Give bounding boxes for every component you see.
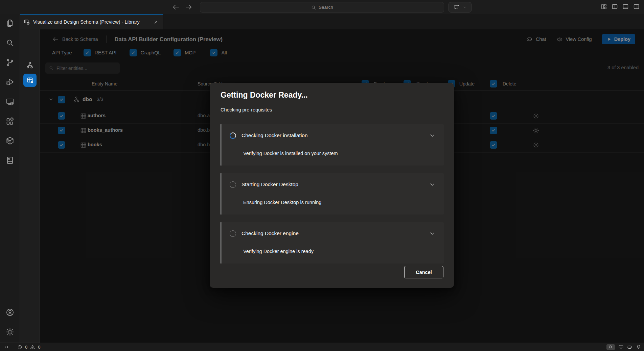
step-card-docker-engine: Checking Docker engine Verifying Docker … xyxy=(220,222,444,264)
nav-forward-icon[interactable] xyxy=(185,3,193,11)
cancel-button[interactable]: Cancel xyxy=(404,266,443,278)
database-projects-icon[interactable] xyxy=(5,156,15,165)
tab-strip: Visualize and Design Schema (Preview) - … xyxy=(20,14,644,29)
step-card-docker-desktop: Starting Docker Desktop Ensuring Docker … xyxy=(220,173,444,215)
toggle-primary-sidebar-icon[interactable] xyxy=(611,3,618,10)
dialog-title: Getting Docker Ready... xyxy=(221,91,308,100)
schema-diagram-icon[interactable] xyxy=(26,61,34,69)
zoom-indicator[interactable] xyxy=(606,344,615,350)
activity-bar xyxy=(0,14,20,343)
customize-layout-icon[interactable] xyxy=(600,3,607,10)
getting-docker-ready-dialog: Getting Docker Ready... Checking pre-req… xyxy=(210,83,454,288)
errors-icon[interactable] xyxy=(17,344,23,350)
chevron-down-icon[interactable] xyxy=(429,230,436,237)
extensions-icon[interactable] xyxy=(5,117,15,126)
notifications-bell-icon[interactable] xyxy=(636,344,641,350)
screencast-icon[interactable] xyxy=(618,344,624,350)
explorer-icon[interactable] xyxy=(5,19,15,28)
settings-gear-icon[interactable] xyxy=(5,327,15,336)
errors-count[interactable]: 0 xyxy=(25,345,27,350)
tab-close-icon[interactable] xyxy=(152,19,159,25)
designer-toolbar xyxy=(20,29,40,343)
command-center-search[interactable]: Search xyxy=(200,2,444,12)
title-bar: Search xyxy=(0,0,644,14)
loading-spinner xyxy=(230,132,236,139)
pending-circle-icon xyxy=(230,181,236,188)
search-sidebar-icon[interactable] xyxy=(5,38,15,47)
toggle-panel-icon[interactable] xyxy=(622,3,629,10)
chevron-down-icon[interactable] xyxy=(429,181,436,188)
chevron-down-icon[interactable] xyxy=(429,132,436,139)
chevron-down-icon xyxy=(462,5,467,9)
remote-indicator-icon[interactable] xyxy=(3,344,9,350)
containers-icon[interactable] xyxy=(5,136,15,145)
source-control-icon[interactable] xyxy=(5,58,15,67)
tab-title: Visualize and Design Schema (Preview) - … xyxy=(33,19,140,25)
run-debug-icon[interactable] xyxy=(5,77,15,86)
copilot-status-icon[interactable] xyxy=(627,344,632,350)
vscode-window: Search Visualize and Design Schema (Prev… xyxy=(0,0,644,351)
status-bar: 0 0 xyxy=(0,343,644,351)
warnings-icon[interactable] xyxy=(30,344,36,350)
chat-sparkle-icon xyxy=(453,4,460,10)
pending-circle-icon xyxy=(230,230,236,237)
toggle-secondary-sidebar-icon[interactable] xyxy=(632,3,640,10)
search-icon xyxy=(311,5,316,10)
remote-explorer-icon[interactable] xyxy=(5,97,15,106)
tab-visualize-design-schema[interactable]: Visualize and Design Schema (Preview) - … xyxy=(20,14,163,29)
warnings-count[interactable]: 0 xyxy=(38,345,40,350)
search-placeholder: Search xyxy=(319,5,333,10)
dialog-subtitle: Checking pre-requisites xyxy=(221,107,272,112)
step-card-docker-installation: Checking Docker installation Verifying D… xyxy=(220,124,444,166)
database-design-icon xyxy=(24,19,30,25)
nav-back-icon[interactable] xyxy=(172,3,180,11)
copilot-chat-dropdown[interactable] xyxy=(448,2,472,12)
account-icon[interactable] xyxy=(5,308,15,317)
data-api-builder-tab-active[interactable] xyxy=(23,74,37,87)
